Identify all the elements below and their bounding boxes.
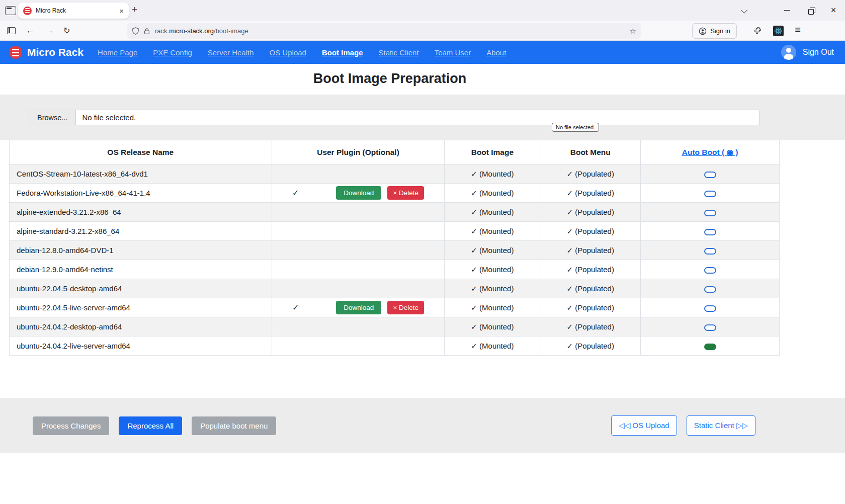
table-row: alpine-standard-3.21.2-x86_64✓ (Mounted)… (10, 222, 780, 241)
table-row: ubuntu-22.04.5-live-server-amd64✓Downloa… (10, 298, 780, 317)
boot-menu-status: ✓ (Populated) (540, 164, 641, 184)
boot-image-status: ✓ (Mounted) (445, 241, 540, 260)
boot-menu-status: ✓ (Populated) (540, 317, 641, 337)
auto-boot-toggle[interactable] (704, 344, 716, 350)
os-release-name: debian-12.8.0-amd64-DVD-1 (10, 241, 272, 260)
process-changes-button[interactable]: Process Changes (33, 416, 109, 435)
lock-icon (143, 28, 150, 35)
auto-boot-toggle[interactable] (704, 229, 716, 235)
os-release-name: alpine-extended-3.21.2-x86_64 (10, 203, 272, 222)
os-release-name: ubuntu-24.04.2-desktop-amd64 (10, 317, 272, 337)
boot-menu-status: ✓ (Populated) (540, 298, 641, 317)
auto-boot-toggle[interactable] (704, 305, 716, 312)
nav-link-team-user[interactable]: Team User (435, 48, 471, 57)
auto-boot-cell (641, 298, 780, 317)
os-release-name: ubuntu-24.04.2-live-server-amd64 (10, 337, 272, 356)
footer-nav-buttons: ◁◁ OS UploadStatic Client ▷▷ (611, 415, 755, 436)
static-client-nav-button[interactable]: Static Client ▷▷ (687, 415, 755, 436)
plugin-check-mark: ✓ (292, 303, 299, 312)
restore-button[interactable] (799, 0, 822, 21)
new-tab-button[interactable]: + (132, 4, 137, 15)
user-plugin-cell (272, 241, 445, 260)
back-button[interactable]: ← (26, 26, 35, 36)
footer-action-buttons: Process ChangesReprocess AllPopulate boo… (33, 416, 276, 435)
sign-out-link[interactable]: Sign Out (803, 48, 834, 57)
browse-button[interactable]: Browse... (29, 110, 76, 125)
boot-menu-status: ✓ (Populated) (540, 222, 641, 241)
nav-link-os-upload[interactable]: OS Upload (270, 48, 306, 57)
menu-hamburger-icon[interactable]: ≡ (795, 24, 801, 36)
populate-boot-menu-button[interactable]: Populate boot menu (192, 416, 276, 435)
boot-menu-status: ✓ (Populated) (540, 279, 641, 298)
footer-actions: Process ChangesReprocess AllPopulate boo… (0, 398, 845, 453)
nav-link-about[interactable]: About (486, 48, 506, 57)
firefox-signin-button[interactable]: Sign in (692, 23, 737, 39)
auto-boot-cell (641, 222, 780, 241)
nav-link-static-client[interactable]: Static Client (379, 48, 419, 57)
auto-boot-toggle[interactable] (704, 210, 716, 216)
table-row: Fedora-Workstation-Live-x86_64-41-1.4✓Do… (10, 184, 780, 203)
firefox-view-icon[interactable] (5, 6, 16, 15)
brand-logo-icon (9, 46, 22, 59)
auto-boot-toggle[interactable] (704, 191, 716, 197)
auto-boot-toggle[interactable] (704, 286, 716, 293)
browser-tab[interactable]: Micro Rack × (18, 3, 129, 19)
user-avatar[interactable] (781, 45, 796, 60)
boot-image-status: ✓ (Mounted) (445, 279, 540, 298)
sidebar-toggle-icon[interactable] (7, 27, 16, 34)
boot-image-status: ✓ (Mounted) (445, 164, 540, 184)
url-bar[interactable]: rack.micro-stack.org/boot-image ☆ (127, 23, 641, 39)
auto-boot-toggle[interactable] (704, 172, 716, 178)
file-status-text: No file selected. (82, 113, 136, 122)
auto-boot-toggle[interactable] (704, 324, 716, 331)
file-input[interactable]: Browse... No file selected. (29, 110, 759, 125)
minimize-button[interactable] (776, 0, 799, 21)
delete-plugin-button[interactable]: × Delete (387, 301, 424, 314)
download-plugin-button[interactable]: Download (336, 301, 381, 314)
table-header-row: OS Release Name User Plugin (Optional) B… (10, 140, 780, 164)
os-release-name: alpine-standard-3.21.2-x86_64 (10, 222, 272, 241)
boot-image-status: ✓ (Mounted) (445, 222, 540, 241)
reload-button[interactable]: ↻ (63, 26, 70, 35)
download-plugin-button[interactable]: Download (336, 186, 381, 200)
boot-table-body: CentOS-Stream-10-latest-x86_64-dvd1✓ (Mo… (10, 164, 780, 356)
nav-link-boot-image[interactable]: Boot Image (322, 48, 363, 57)
nav-link-server-health[interactable]: Server Health (208, 48, 254, 57)
boot-image-status: ✓ (Mounted) (445, 337, 540, 356)
delete-plugin-button[interactable]: × Delete (387, 186, 424, 200)
plugin-controls: ✓Download× Delete (276, 301, 441, 314)
extensions-puzzle-icon[interactable] (753, 26, 763, 36)
boot-image-table: OS Release Name User Plugin (Optional) B… (9, 140, 780, 356)
os-upload-nav-button[interactable]: ◁◁ OS Upload (611, 415, 677, 436)
site-favicon-icon (23, 7, 32, 15)
auto-boot-toggle[interactable] (704, 248, 716, 255)
window-close-button[interactable]: × (822, 0, 845, 21)
user-plugin-cell (272, 222, 445, 241)
url-text: rack.micro-stack.org/boot-image (155, 27, 630, 35)
tab-close-icon[interactable]: × (119, 7, 124, 15)
react-devtools-icon[interactable] (773, 26, 784, 36)
plugin-controls: ✓Download× Delete (276, 186, 441, 200)
auto-boot-header-link[interactable]: Auto Boot ( ◉ ) (682, 148, 738, 156)
auto-boot-cell (641, 260, 780, 279)
brand-title[interactable]: Micro Rack (27, 46, 83, 58)
signin-label: Sign in (710, 27, 730, 35)
upload-section: Browse... No file selected. (0, 95, 845, 140)
navbar-right: Sign Out (781, 45, 836, 60)
user-plugin-cell (272, 279, 445, 298)
nav-link-pxe-config[interactable]: PXE Config (153, 48, 192, 57)
nav-link-home-page[interactable]: Home Page (98, 48, 137, 57)
auto-boot-toggle[interactable] (704, 267, 716, 274)
auto-boot-cell (641, 241, 780, 260)
auto-boot-cell (641, 203, 780, 222)
header-boot-image: Boot Image (445, 140, 540, 164)
bookmark-star-icon[interactable]: ☆ (630, 27, 636, 36)
auto-boot-cell (641, 164, 780, 184)
boot-menu-status: ✓ (Populated) (540, 184, 641, 203)
boot-image-status: ✓ (Mounted) (445, 203, 540, 222)
boot-image-status: ✓ (Mounted) (445, 317, 540, 337)
tab-list-chevron-icon[interactable] (741, 8, 746, 13)
shield-icon[interactable] (132, 27, 139, 35)
reprocess-all-button[interactable]: Reprocess All (119, 416, 182, 435)
table-row: ubuntu-24.04.2-desktop-amd64✓ (Mounted)✓… (10, 317, 780, 337)
